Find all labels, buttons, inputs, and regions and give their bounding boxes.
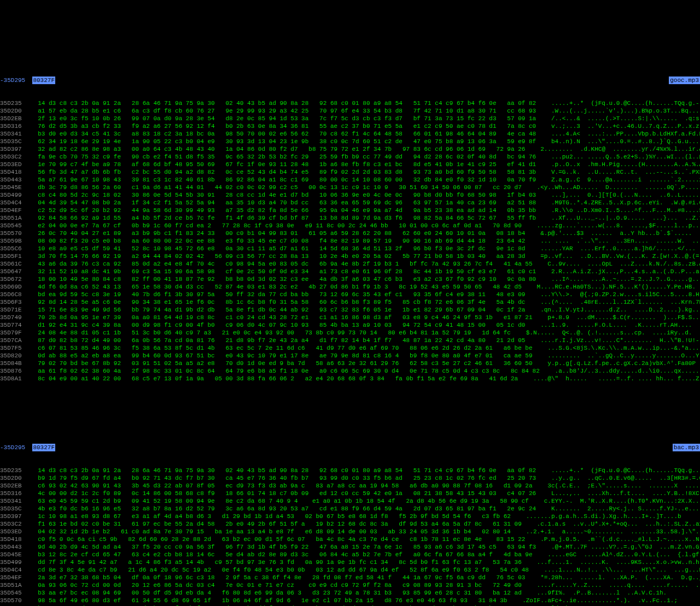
hex-bytes[interactable]: 43 a6 da 39 76 c3 ca 92 85 0d a2 e4 e8 4…: [31, 260, 533, 268]
hex-row[interactable]: 35D8A1 8c 04 e9 00 a1 40 22 00 68 c5 e7 …: [0, 375, 700, 383]
hex-row[interactable]: 35D418 56 fb 3d 47 a7 db 6b fb c2 bc 55 …: [0, 168, 700, 176]
hex-row[interactable]: 35D45E db 3c 79 d8 86 56 2a 60 c1 9a d6 …: [0, 184, 700, 191]
hex-bytes[interactable]: 9d 40 2b d9 4c 5d ad a4 37 f5 20 cc c0 9…: [31, 543, 536, 551]
hex-row[interactable]: 35D71E 15 71 6e 83 9e 49 9d 56 bb 79 74 …: [0, 306, 700, 314]
hex-bytes[interactable]: 70 2b 8d 0a 95 1e e7 39 0a a0 81 64 4d 1…: [31, 314, 533, 321]
hex-bytes[interactable]: 63 e0 45 59 59 c1 2d b9 09 41 52 19 58 0…: [31, 497, 529, 505]
hex-bytes[interactable]: 14 d3 c8 c3 2b 0a 91 2a 28 6a 46 71 9a 7…: [31, 99, 536, 107]
hex-row[interactable]: 35D2D0 a1 57 eb da 28 b5 e1 c6 6a c3 df …: [0, 107, 700, 115]
hex-bytes[interactable]: d1 92 e4 31 9c c4 39 8a 00 d9 98 f1 c9 0…: [31, 321, 525, 329]
hex-bytes[interactable]: 26 0c 70 40 04 27 e1 89 a3 b9 9b c1 f1 8…: [31, 230, 525, 237]
hex-row[interactable]: 35D397 32 ad 82 c2 86 8e 98 a3 00 a0 64 …: [0, 145, 700, 153]
hex-bytes[interactable]: c0 f5 0 0c 6a ci c5 9b 82 6d 60 60 28 2e…: [31, 536, 525, 543]
hex-row[interactable]: 35D499 c8 c4 80 5d 2c 9c 18 02 30 86 0e …: [0, 191, 700, 199]
hex-bytes[interactable]: 0a 93 06 0c 72 cd 00 0d 20 12 e6 86 5a d…: [31, 581, 522, 589]
hex-row[interactable]: 35D545 e2 04 00 0e e7 7a 67 cf 0b b9 1c …: [0, 222, 700, 230]
hex-row[interactable]: 35D3ED 04 02 32 1d 2b 1e b2 61 c0 ad 8a …: [0, 528, 700, 536]
hex-bytes[interactable]: 76 d2 d5 3b a3 cb f2 33 f9 a2 a6 27 56 9…: [31, 122, 536, 130]
hex-bytes[interactable]: 2a 3d e7 32 38 68 b5 04 df 0a 0f 18 96 6…: [31, 574, 525, 581]
hex-row[interactable]: 35D69D 4d f6 0d 8a c6 52 43 13 65 1e 58 …: [0, 283, 700, 291]
hex-bytes[interactable]: 10 e8 a0 e5 c5 df 59 41 52 8c 10 98 45 7…: [31, 245, 525, 252]
hex-row[interactable]: 35D2EB c6 93 02 42 63 90 91 43 3b 45 d3 …: [0, 482, 700, 490]
hex-bytes[interactable]: dd 7f 3f 4 5e 91 42 a7 a 1c 4 86 f3 a5 1…: [31, 558, 522, 566]
hex-row[interactable]: 35D5C6 10 e8 a0 e5 c5 df 59 41 52 8c 10 …: [0, 245, 700, 252]
hex-row[interactable]: 35D6F3 92 8d 14 28 5e a5 c6 0e 90 34 38 …: [0, 298, 700, 306]
hex-bytes[interactable]: 32 11 52 10 a8 dc 41 9b 69 c3 5a 15 90 6…: [31, 268, 536, 275]
hex-bytes[interactable]: c8 c4 80 5d 2c 9c 18 02 30 86 0e 5d 54 5…: [31, 191, 536, 199]
hex-row[interactable]: 35D545 b3 aa e7 bc ec 08 94 69 00 50 df …: [0, 589, 700, 597]
hex-row[interactable]: 35D45E b3 12 8c 2e cf cd 65 47 63 c4 e2 …: [0, 551, 700, 558]
hex-bytes[interactable]: c2 52 d9 5c 6f 20 b2 92 44 9a 58 6d 30 9…: [31, 207, 536, 214]
hex-bytes[interactable]: 1e 70 99 c7 4f be a9 78 af 68 6d bf 48 9…: [31, 161, 536, 168]
hex-row[interactable]: 35D7CA 87 d0 82 b8 72 d4 49 00 6a 0b 56 …: [0, 337, 700, 344]
hex-bytes[interactable]: a1 57 eb da 28 b5 e1 c6 6a c3 df f8 cb 6…: [31, 107, 536, 115]
hex-bytes[interactable]: b3 12 8c 2e cf cd 65 47 63 c4 e2 cb b8 1…: [31, 551, 533, 558]
hex-row[interactable]: 35D3C2 f1 63 1e bd 02 c0 be 31 61 97 ec …: [0, 520, 700, 528]
hex-bytes[interactable]: 98 5a 6f 49 e6 80 d3 ef 61 34 55 6 d8 69…: [31, 597, 507, 604]
hex-row[interactable]: 35D51A 92 84 58 66 92 a9 1d 55 a4 bb 5f …: [0, 214, 700, 222]
hex-bytes[interactable]: aa 61 f8 02 62 38 60 4a 2f 98 8c 33 01 0…: [31, 367, 540, 375]
hex-row[interactable]: 35D499 dd 7f 3f 4 5e 91 42 a7 a 1c 4 86 …: [0, 558, 700, 566]
hex-bytes[interactable]: 92 84 58 66 92 a9 1d 55 a4 bb 5f 2d ce b…: [31, 214, 536, 222]
hex-bytes[interactable]: fa 9e cb 70 75 32 c9 fe 90 cb e2 f4 51 d…: [31, 153, 536, 161]
hex-row[interactable]: 35D774 d1 92 e4 31 9c c4 39 8a 00 d9 98 …: [0, 321, 700, 329]
hex-bytes[interactable]: 24 08 4e 88 d1 05 c1 1b 51 3c b0 d6 40 c…: [31, 329, 511, 337]
hex-bytes[interactable]: 18 00 10 49 5e 80 84 c8 82 ff 00 41 18 8…: [31, 275, 536, 283]
hex-bytes[interactable]: b3 aa e7 bc ec 08 94 69 00 50 df d5 9d e…: [31, 589, 522, 597]
hex-row[interactable]: 35D570 98 5a 6f 49 e6 80 d3 ef 61 34 55 …: [0, 597, 700, 604]
hex-row[interactable]: 35D4C4 04 4d 39 54 47 08 b0 2a 1f 34 c2 …: [0, 199, 700, 207]
hex-bytes[interactable]: 04 02 32 1d 2b 1e b2 61 c0 ad 8a 7e 30 7…: [31, 528, 511, 536]
hex-row[interactable]: 35D672 18 00 10 49 5e 80 84 c8 82 ff 00 …: [0, 275, 700, 283]
hex-row[interactable]: 35D235 14 d3 c8 c3 2b 0a 91 2a 28 6a 46 …: [0, 99, 700, 107]
hex-bytes[interactable]: f1 63 1e bd 02 c0 be 31 61 97 ec be 55 2…: [31, 520, 522, 528]
hex-bytes[interactable]: 15 71 6e 83 9e 49 9d 56 bb 79 74 4a d1 9…: [31, 306, 525, 314]
hex-bytes[interactable]: 62 34 19 18 6e 29 19 4e 1a 90 05 22 c3 b…: [31, 138, 536, 145]
hex-bytes[interactable]: db 3c 79 d8 86 56 2a 60 c1 9a d6 a1 41 4…: [31, 184, 522, 191]
hex-bytes[interactable]: 4c 00 00 d2 1c 2c f0 89 0c 14 86 00 58 6…: [31, 490, 536, 497]
hex-row[interactable]: 35D6C8 bd ea 9d 59 5c c8 3e 19 40 7b d6 …: [0, 291, 700, 298]
hex-bytes[interactable]: 8c 04 e9 00 a1 40 22 00 68 c5 e7 13 0f 1…: [31, 375, 518, 383]
hex-bytes[interactable]: 08 00 82 f3 20 c5 e0 b8 aa 60 80 00 22 0…: [31, 237, 525, 245]
hex-row[interactable]: 35D61C 43 a6 da 39 76 c3 ca 92 85 0d a2 …: [0, 260, 700, 268]
hex-bytes[interactable]: 0d ab 88 e5 a2 eb a8 ea 99 b4 60 0d 93 6…: [31, 352, 533, 360]
hex-row[interactable]: 35D235 14 d3 c8 c3 2b 0a 91 2a 28 6a 46 …: [0, 467, 700, 474]
hex-bytes[interactable]: 14 d3 c8 c3 2b 0a 91 2a 28 6a 46 71 9a 7…: [31, 467, 536, 474]
hex-row[interactable]: 35D5F1 3d 70 f5 14 76 66 92 19 a2 94 44 …: [0, 252, 700, 260]
hex-bytes[interactable]: c6 07 81 53 85 46 96 3c f5 38 6a 53 8f 5…: [31, 344, 533, 352]
hex-row[interactable]: 35D876 aa 61 f8 02 62 38 60 4a 2f 98 8c …: [0, 367, 700, 375]
hex-row[interactable]: 35D59B 08 00 82 f3 20 c5 e0 b8 aa 60 80 …: [0, 237, 700, 245]
hex-bytes[interactable]: 4d f6 0d 8a c6 52 43 13 65 1e 58 30 d4 d…: [31, 283, 522, 291]
hex-row[interactable]: 35D4EF c2 52 d9 5c 6f 20 b2 92 44 9a 58 …: [0, 207, 700, 214]
hex-row[interactable]: 35D570 26 0c 70 40 04 27 e1 89 a3 b9 9b …: [0, 230, 700, 237]
hex-bytes[interactable]: 4b e3 f0 dc b6 16 96 e5 32 a8 b7 8a 16 d…: [31, 505, 536, 513]
hex-row[interactable]: 35D84B 79 02 70 bd be 67 8b 92 03 91 51 …: [0, 360, 700, 367]
hex-row[interactable]: 35D7F5 c6 07 81 53 85 46 96 3c f5 38 6a …: [0, 344, 700, 352]
hex-bytes[interactable]: cd 8e 3 8c 4e da c7 b9 21 d6 a4 20 dc 5c…: [31, 566, 529, 574]
hex-row[interactable]: 35D443 9d 40 2b d9 4c 5d ad a4 37 f5 20 …: [0, 543, 700, 551]
hex-row[interactable]: 35D3ED 1e 70 99 c7 4f be a9 78 af 68 6d …: [0, 161, 700, 168]
hex-row[interactable]: 35D4EF 2a 3d e7 32 38 68 b5 04 df 0a 0f …: [0, 574, 700, 581]
hex-bytes[interactable]: 92 8d 14 28 5e a5 c6 0e 90 34 38 e1 65 1…: [31, 298, 525, 306]
hex-bytes[interactable]: b3 d0 e0 d3 34 c5 41 3c a8 83 18 c2 3a 1…: [31, 130, 536, 138]
hex-bytes[interactable]: 56 fb 3d 47 a7 db 6b fb c2 bc 55 d0 94 a…: [31, 168, 536, 176]
hex-bytes[interactable]: 1c 10 98 a1 e8 93 d8 67 e3 a1 af 4d a4 b…: [31, 513, 511, 520]
hex-row[interactable]: 35D2EB 2f 13 e0 3c f5 10 0b 26 99 07 0a …: [0, 115, 700, 122]
hex-bytes[interactable]: bd ea 9d 59 5c c8 3e 19 40 7b d6 f1 3b 3…: [31, 291, 525, 298]
hex-bytes[interactable]: 87 d0 82 b8 72 d4 49 00 6a 0b 56 7a cd 0…: [31, 337, 525, 344]
hex-row[interactable]: 35D2D0 b9 1d 79 f5 d9 67 fd a4 b0 92 71 …: [0, 474, 700, 482]
hex-row[interactable]: 35D749 70 2b 8d 0a 95 1e e7 39 0a a0 81 …: [0, 314, 700, 321]
hex-bytes[interactable]: c6 93 02 42 63 90 91 43 3b 45 d3 22 ab 0…: [31, 482, 533, 490]
hex-row[interactable]: 35D341 63 e0 45 59 59 c1 2d b9 09 41 52 …: [0, 497, 700, 505]
hex-bytes[interactable]: 04 4d 39 54 47 08 b0 2a 1f 34 c2 f1 5a 5…: [31, 199, 536, 207]
hex-row[interactable]: 35D316 76 d2 d5 3b a3 cb f2 33 f9 a2 a6 …: [0, 122, 700, 130]
hex-bytes[interactable]: b9 1d 79 f5 d9 67 fd a4 b0 92 71 43 dc f…: [31, 474, 536, 482]
hex-row[interactable]: 35D443 5a a7 61 9e 67 10 98 43 39 81 c3 …: [0, 176, 700, 184]
hex-row[interactable]: 35D35C 4b e3 f0 dc b6 16 96 e5 32 a8 b7 …: [0, 505, 700, 513]
hex-row[interactable]: 35D316 4c 00 00 d2 1c 2c f0 89 0c 14 86 …: [0, 490, 700, 497]
hex-row[interactable]: 35D3C2 fa 9e cb 70 75 32 c9 fe 90 cb e2 …: [0, 153, 700, 161]
hex-row[interactable]: 35D35C 62 34 19 18 6e 29 19 4e 1a 90 05 …: [0, 138, 700, 145]
hex-bytes[interactable]: 2f 13 e0 3c f5 10 0b 26 99 07 0a d0 9a 2…: [31, 115, 536, 122]
hex-row[interactable]: 35D397 1c 10 98 a1 e8 93 d8 67 e3 a1 af …: [0, 513, 700, 520]
hex-row[interactable]: 35D418 c0 f5 0 0c 6a ci c5 9b 82 6d 60 6…: [0, 536, 700, 543]
hex-bytes[interactable]: e2 04 00 0e e7 7a 67 cf 0b b9 1c 60 f7 c…: [31, 222, 522, 230]
